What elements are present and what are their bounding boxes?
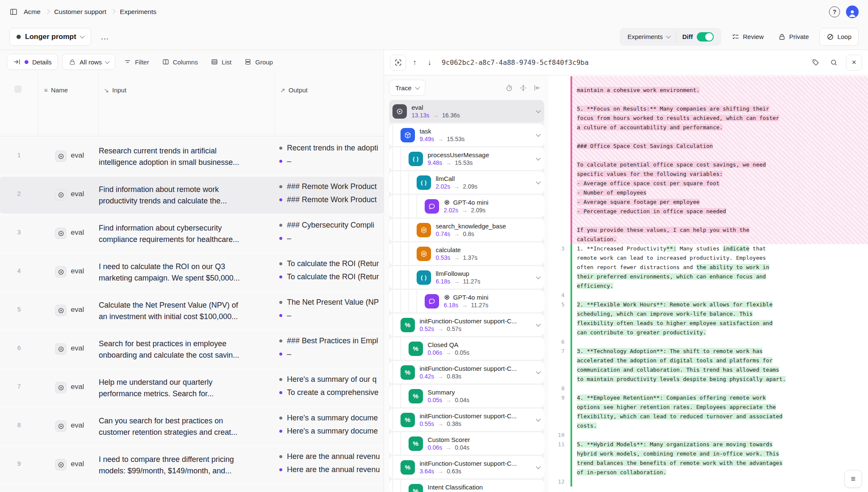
diff-line: calculation.: [548, 235, 868, 244]
table-row[interactable]: 4 eval I need to calculate the ROI on ou…: [0, 254, 384, 291]
trace-node[interactable]: % Closed QA 0.06s → 0.05s: [389, 337, 544, 360]
chevron-down-icon[interactable]: [536, 464, 540, 469]
trace-node[interactable]: ( ) processUserMessage 9.48s → 15.53s: [389, 147, 544, 170]
trace-node[interactable]: % initFunction-Customer support-C... 0.4…: [389, 361, 544, 384]
row-name-cell: eval: [38, 408, 99, 445]
more-menu-button[interactable]: …: [97, 30, 113, 43]
select-all-checkbox[interactable]: [14, 86, 22, 93]
trace-node[interactable]: % Summary 0.05s → 0.04s: [389, 385, 544, 407]
diff-line-text: - Average office space cost per square f…: [572, 179, 868, 188]
trace-node[interactable]: eval 13.13s → 16.36s: [389, 100, 544, 122]
table-row[interactable]: 8 eval Can you search for best practices…: [0, 408, 384, 445]
group-button[interactable]: Group: [240, 55, 277, 69]
columns-button[interactable]: Columns: [158, 55, 202, 69]
trace-node[interactable]: GPT-4o mini 6.18s → 11.27s: [389, 290, 544, 312]
diff-line-number: [548, 328, 570, 337]
view-selector-dropdown[interactable]: Experiments: [621, 28, 676, 46]
span-name: GPT-4o mini: [453, 294, 488, 301]
view-selector-label: Experiments: [627, 33, 662, 40]
trace-node[interactable]: % initFunction-Customer support-C... 3.6…: [389, 456, 544, 478]
breadcrumb-project[interactable]: Customer support: [54, 8, 106, 16]
trace-node[interactable]: % Intent Classification →: [389, 480, 544, 492]
diff-line-text: If you provide these values, I can help …: [572, 225, 868, 235]
details-button[interactable]: Details: [7, 54, 58, 70]
timing-icon[interactable]: [502, 82, 516, 94]
trace-node[interactable]: % initFunction-Customer support-C... 0.5…: [389, 314, 544, 336]
chevron-down-icon[interactable]: [536, 108, 540, 113]
private-button[interactable]: Private: [774, 30, 813, 44]
list-button[interactable]: List: [206, 55, 236, 69]
column-header-output[interactable]: ↗ Output: [275, 74, 384, 136]
chevron-down-icon[interactable]: [536, 179, 540, 184]
loop-button[interactable]: Loop: [819, 28, 859, 46]
table-row[interactable]: 3 eval Find information about cybersecur…: [0, 215, 384, 252]
trace-node[interactable]: % Custom Scorer 0.06s → 0.04s: [389, 432, 544, 455]
breadcrumb-section[interactable]: Experiments: [120, 8, 156, 16]
span-info: GPT-4o mini 2.02s → 2.09s: [444, 199, 488, 214]
table-row[interactable]: 7 eval Help me understand our quarterly …: [0, 370, 384, 406]
table-row[interactable]: 9 eval I need to compare three different…: [0, 447, 384, 484]
chevron-down-icon[interactable]: [536, 369, 540, 374]
tag-icon[interactable]: [808, 56, 823, 69]
diff-line-number: [548, 95, 570, 104]
chevron-down-icon[interactable]: [536, 274, 540, 279]
chevron-down-icon[interactable]: [536, 132, 540, 136]
diff-line-number: [548, 421, 570, 431]
row-name-cell: eval: [38, 331, 99, 368]
arrow-right-icon: →: [453, 278, 459, 285]
review-button[interactable]: Review: [727, 29, 768, 44]
table-row[interactable]: 6 eval Search for best practices in empl…: [0, 331, 384, 368]
chevron-down-icon[interactable]: [536, 156, 540, 160]
sidebar-toggle-icon[interactable]: [9, 8, 18, 16]
trace-node[interactable]: % initFunction-Customer support-C... 0.5…: [389, 409, 544, 431]
trace-node[interactable]: ( ) llmCall 2.02s → 2.09s: [389, 171, 544, 194]
output-line-2: Here are the annual revenu: [279, 465, 384, 474]
expand-trace-icon[interactable]: [390, 55, 406, 71]
row-input-line2: onboarding and calculate the cost savin.…: [99, 350, 275, 361]
diff-toggle[interactable]: [697, 32, 714, 42]
collapse-left-icon[interactable]: [530, 82, 544, 94]
table-row[interactable]: 2 eval Find information about remote wor…: [0, 177, 384, 214]
eval-icon: [55, 343, 67, 355]
row-number: 6: [0, 331, 38, 368]
span-duration-primary: 3.64s: [420, 468, 434, 475]
search-icon[interactable]: [826, 56, 842, 69]
breadcrumb-org[interactable]: Acme: [24, 8, 41, 16]
collapse-vertical-icon[interactable]: [516, 82, 530, 94]
table-row[interactable]: 10 eval Research industry standards for …: [0, 485, 384, 492]
trace-view-dropdown[interactable]: Trace: [389, 80, 426, 96]
help-icon[interactable]: ?: [829, 6, 840, 17]
span-duration-primary: 9.49s: [420, 136, 434, 142]
trace-node[interactable]: task 9.49s → 15.53s: [389, 124, 544, 146]
next-row-icon[interactable]: ↓: [423, 56, 436, 69]
close-icon[interactable]: ×: [846, 55, 862, 71]
logs-toggle-button[interactable]: ≡: [844, 470, 862, 488]
checklist-icon: [732, 33, 740, 41]
table-row[interactable]: 1 eval Research current trends in artifi…: [0, 138, 384, 175]
trace-node[interactable]: search_knowledge_base 0.74s → 0.8s: [389, 219, 544, 241]
column-header-name[interactable]: ≡ Name: [38, 74, 99, 136]
diff-line-text: remote work can lead to increased produc…: [572, 253, 868, 263]
all-rows-dropdown[interactable]: All rows: [62, 54, 116, 70]
diff-line-text: costs.: [572, 421, 868, 431]
filter-button[interactable]: Filter: [120, 55, 153, 69]
span-info: Custom Scorer 0.06s → 0.04s: [428, 436, 470, 451]
bullet-gray-icon: [279, 378, 282, 381]
prev-row-icon[interactable]: ↑: [409, 56, 421, 69]
avatar[interactable]: [846, 6, 859, 18]
diff-line-number: 11: [548, 440, 570, 449]
arrow-right-icon: →: [453, 231, 459, 237]
experiment-selector[interactable]: Longer prompt: [9, 28, 91, 46]
chevron-down-icon[interactable]: [536, 417, 540, 421]
trace-node[interactable]: calculate 0.53s → 1.37s: [389, 242, 544, 265]
row-input-cell: I need to compare three different pricin…: [99, 447, 275, 484]
column-header-input[interactable]: ↘ Input: [99, 74, 275, 136]
trace-node[interactable]: GPT-4o mini 2.02s → 2.09s: [389, 195, 544, 217]
row-input-line2: marketing campaign. We spent $50,000...: [99, 272, 275, 284]
row-input-line2: productivity trends and calculate the...: [99, 195, 275, 207]
eval-icon: [55, 382, 67, 393]
table-row[interactable]: 5 eval Calculate the Net Present Value (…: [0, 292, 384, 329]
chevron-down-icon[interactable]: [536, 322, 540, 326]
trace-node[interactable]: ( ) llmFollowup 6.18s → 11.27s: [389, 266, 544, 289]
span-type-icon: %: [401, 318, 415, 332]
